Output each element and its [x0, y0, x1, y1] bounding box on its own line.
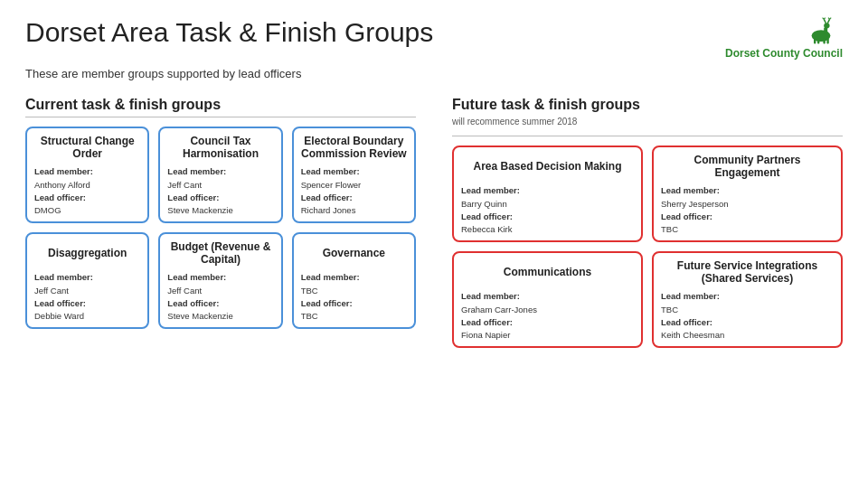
group-card-info: Lead member: Spencer Flower Lead officer… — [301, 165, 407, 217]
svg-line-3 — [824, 19, 826, 23]
group-card-future-service: Future Service Integrations (Shared Serv… — [652, 251, 843, 348]
logo-icon — [799, 16, 843, 45]
svg-line-4 — [827, 19, 829, 23]
group-card-structural: Structural Change Order Lead member: Ant… — [25, 127, 149, 223]
group-card-title: Future Service Integrations (Shared Serv… — [661, 259, 834, 285]
group-card-disaggregation: Disaggregation Lead member: Jeff Cant Le… — [25, 232, 149, 329]
svg-rect-1 — [824, 27, 827, 34]
group-card-community-partners: Community Partners Engagement Lead membe… — [652, 145, 843, 242]
group-card-title: Community Partners Engagement — [661, 154, 834, 179]
svg-line-6 — [824, 18, 826, 20]
svg-line-7 — [828, 18, 830, 20]
future-subtitle: will recommence summer 2018 — [452, 117, 843, 127]
current-groups-top: Structural Change Order Lead member: Ant… — [25, 127, 416, 329]
group-card-council-tax: Council Tax Harmonisation Lead member: J… — [158, 127, 282, 223]
group-card-electoral: Electoral Boundary Commission Review Lea… — [292, 127, 416, 223]
current-title: Current task & finish groups — [25, 97, 416, 113]
group-card-info: Lead member: Jeff Cant Lead officer: Ste… — [167, 165, 273, 217]
two-column-layout: Current task & finish groups Structural … — [25, 97, 843, 361]
future-divider — [452, 136, 843, 136]
group-card-info: Lead member: Anthony Alford Lead officer… — [34, 165, 140, 217]
svg-point-2 — [824, 23, 829, 29]
header: Dorset Area Task & Finish Groups — [25, 16, 843, 60]
group-card-info: Lead member: Jeff Cant Lead officer: Deb… — [34, 271, 140, 323]
svg-rect-10 — [817, 39, 819, 44]
group-card-title: Electoral Boundary Commission Review — [301, 135, 407, 160]
group-card-title: Structural Change Order — [34, 135, 140, 160]
page: Dorset Area Task & Finish Groups — [0, 0, 868, 488]
group-card-info: Lead member: Jeff Cant Lead officer: Ste… — [167, 271, 273, 323]
group-card-title: Budget (Revenue & Capital) — [167, 240, 273, 266]
group-card-info: Lead member: Sherry Jesperson Lead offic… — [661, 184, 834, 236]
svg-rect-9 — [814, 39, 816, 44]
group-card-title: Area Based Decision Making — [461, 154, 634, 179]
logo-text: Dorset County Council — [725, 47, 843, 60]
group-card-title: Disaggregation — [34, 240, 140, 266]
svg-rect-11 — [823, 39, 825, 44]
svg-line-8 — [830, 18, 832, 20]
future-groups: Area Based Decision Making Lead member: … — [452, 145, 843, 348]
svg-rect-12 — [826, 39, 828, 44]
subtitle: These are member groups supported by lea… — [25, 67, 843, 80]
group-card-title: Governance — [301, 240, 407, 266]
current-divider — [25, 117, 416, 117]
group-card-communications: Communications Lead member: Graham Carr-… — [452, 251, 643, 348]
group-card-title: Council Tax Harmonisation — [167, 135, 273, 160]
group-card-info: Lead member: TBC Lead officer: Keith Che… — [661, 290, 834, 342]
current-col: Current task & finish groups Structural … — [25, 97, 416, 361]
group-card-area-based: Area Based Decision Making Lead member: … — [452, 145, 643, 242]
group-card-title: Communications — [461, 259, 634, 285]
group-card-governance: Governance Lead member: TBC Lead officer… — [292, 232, 416, 329]
group-card-info: Lead member: TBC Lead officer: TBC — [301, 271, 407, 323]
future-title: Future task & finish groups — [452, 97, 843, 113]
group-card-info: Lead member: Barry Quinn Lead officer: R… — [461, 184, 634, 236]
page-title: Dorset Area Task & Finish Groups — [25, 16, 433, 49]
logo-area: Dorset County Council — [689, 16, 843, 60]
group-card-budget: Budget (Revenue & Capital) Lead member: … — [158, 232, 282, 329]
future-col: Future task & finish groups will recomme… — [452, 97, 843, 361]
group-card-info: Lead member: Graham Carr-Jones Lead offi… — [461, 290, 634, 342]
